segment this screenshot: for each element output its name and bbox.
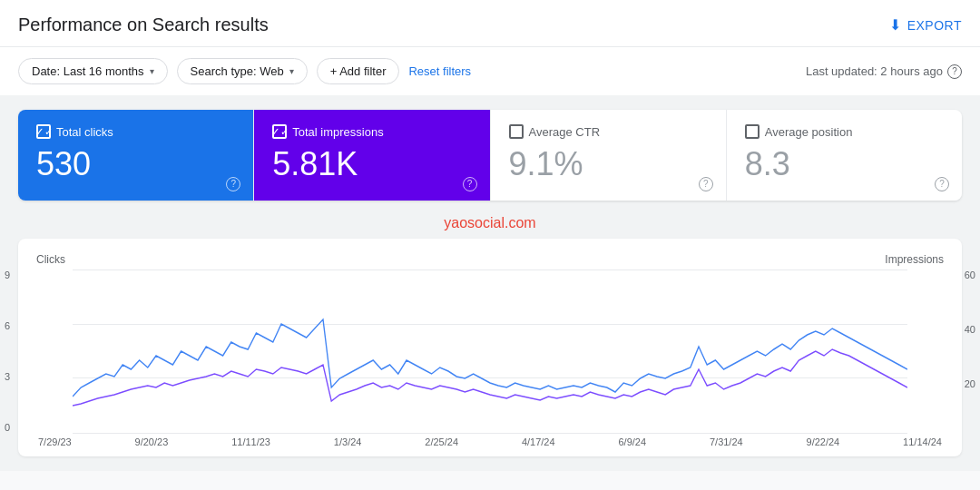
- y-left-0: 0: [5, 422, 10, 433]
- metric-label-ctr: Average CTR: [509, 124, 708, 139]
- metric-card-clicks[interactable]: ✓ Total clicks 530 ?: [18, 110, 254, 201]
- x-label-1: 9/20/23: [135, 436, 169, 447]
- help-icon-ctr[interactable]: ?: [699, 177, 713, 191]
- x-label-5: 4/17/24: [522, 436, 555, 447]
- y-left-9: 9: [5, 270, 10, 280]
- y-right-40: 40: [965, 324, 975, 335]
- x-label-7: 7/31/24: [710, 436, 743, 447]
- metric-value-ctr: 9.1%: [509, 146, 708, 182]
- metric-label-clicks: ✓ Total clicks: [36, 124, 235, 139]
- chart-container: Clicks Impressions 9 6 3 0 60 40 20: [18, 239, 962, 456]
- x-label-8: 9/22/24: [807, 436, 840, 447]
- checkbox-impressions[interactable]: ✓: [272, 124, 287, 139]
- y-right-60: 60: [965, 270, 975, 280]
- reset-filters-button[interactable]: Reset filters: [408, 64, 471, 78]
- clicks-line: [73, 319, 907, 397]
- chevron-down-icon: ▾: [289, 66, 294, 76]
- x-label-4: 2/25/24: [425, 436, 458, 447]
- export-icon: ⬇: [889, 16, 902, 34]
- checkbox-position[interactable]: [745, 124, 760, 139]
- search-type-filter[interactable]: Search type: Web ▾: [177, 58, 308, 84]
- metric-label-position: Average position: [745, 124, 944, 139]
- line-chart: [73, 270, 907, 433]
- search-type-label: Search type: Web: [191, 64, 284, 78]
- metric-card-ctr[interactable]: Average CTR 9.1% ?: [491, 110, 727, 201]
- metric-label-impressions: ✓ Total impressions: [272, 124, 471, 139]
- y-left-6: 6: [5, 320, 10, 331]
- metric-value-clicks: 530: [36, 146, 235, 182]
- chevron-down-icon: ▾: [150, 66, 154, 76]
- help-icon-impressions[interactable]: ?: [463, 177, 477, 191]
- x-axis-labels: 7/29/23 9/20/23 11/11/23 1/3/24 2/25/24 …: [36, 436, 944, 447]
- metrics-row: ✓ Total clicks 530 ? ✓ Total impressions…: [18, 110, 962, 201]
- x-label-3: 1/3/24: [334, 436, 362, 447]
- checkbox-clicks[interactable]: ✓: [36, 124, 51, 139]
- watermark: yaosocial.com: [18, 215, 962, 231]
- help-icon-position[interactable]: ?: [935, 177, 949, 191]
- export-label: EXPORT: [907, 18, 962, 33]
- checkbox-ctr[interactable]: [509, 124, 524, 139]
- header: Performance on Search results ⬇ EXPORT: [0, 0, 980, 47]
- y-right-20: 20: [965, 378, 975, 389]
- impressions-line: [73, 349, 907, 406]
- add-filter-button[interactable]: + Add filter: [317, 58, 400, 84]
- y-axis-left: 9 6 3 0: [5, 270, 10, 433]
- y-right-label: Impressions: [885, 253, 944, 266]
- x-label-9: 11/14/24: [903, 436, 942, 447]
- info-icon[interactable]: ?: [947, 64, 962, 79]
- metric-card-impressions[interactable]: ✓ Total impressions 5.81K ?: [254, 110, 490, 201]
- main-content: ✓ Total clicks 530 ? ✓ Total impressions…: [0, 95, 980, 471]
- chart-area: 9 6 3 0 60 40 20: [36, 270, 944, 433]
- chart-svg: [73, 270, 907, 433]
- last-updated-info: Last updated: 2 hours ago ?: [806, 64, 962, 79]
- metric-value-impressions: 5.81K: [272, 146, 471, 182]
- x-label-2: 11/11/23: [231, 436, 270, 447]
- export-button[interactable]: ⬇ EXPORT: [889, 16, 962, 34]
- y-left-label: Clicks: [36, 253, 65, 266]
- x-label-6: 6/9/24: [618, 436, 646, 447]
- x-label-0: 7/29/23: [38, 436, 72, 447]
- date-filter[interactable]: Date: Last 16 months ▾: [18, 58, 168, 84]
- page-title: Performance on Search results: [18, 15, 269, 35]
- y-left-3: 3: [5, 371, 10, 382]
- y-axis-right: 60 40 20: [965, 270, 975, 433]
- add-filter-label: + Add filter: [330, 64, 387, 78]
- chart-axes-row: Clicks Impressions: [36, 253, 944, 266]
- metric-card-position[interactable]: Average position 8.3 ?: [727, 110, 962, 201]
- date-filter-label: Date: Last 16 months: [32, 64, 144, 78]
- metric-value-position: 8.3: [745, 146, 944, 182]
- help-icon-clicks[interactable]: ?: [226, 177, 240, 191]
- filter-bar: Date: Last 16 months ▾ Search type: Web …: [0, 47, 980, 95]
